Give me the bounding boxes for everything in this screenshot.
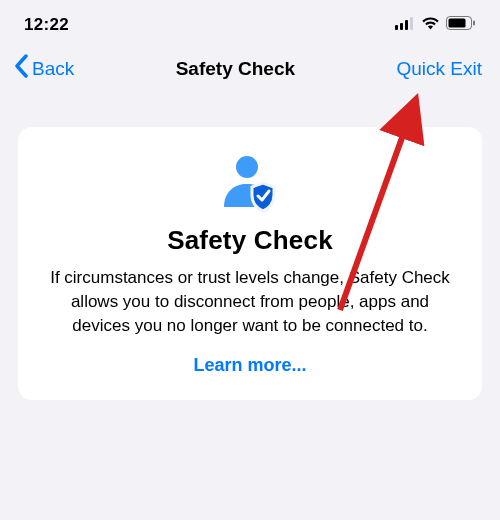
person-shield-icon: [40, 155, 460, 213]
quick-exit-button[interactable]: Quick Exit: [396, 58, 482, 80]
status-time: 12:22: [24, 15, 69, 35]
learn-more-link[interactable]: Learn more...: [40, 355, 460, 376]
status-indicators: [395, 16, 476, 34]
back-button[interactable]: Back: [14, 54, 74, 83]
battery-icon: [446, 16, 476, 34]
navigation-bar: Back Safety Check Quick Exit: [0, 44, 500, 97]
card-title: Safety Check: [40, 225, 460, 256]
status-bar: 12:22: [0, 0, 500, 44]
svg-rect-0: [395, 25, 398, 30]
svg-rect-1: [400, 23, 403, 30]
cellular-icon: [395, 16, 415, 34]
svg-rect-6: [473, 21, 475, 26]
svg-rect-5: [449, 19, 466, 28]
safety-check-card: Safety Check If circumstances or trust l…: [18, 127, 482, 400]
svg-rect-3: [410, 17, 413, 30]
svg-rect-2: [405, 20, 408, 30]
wifi-icon: [421, 16, 440, 34]
back-label: Back: [32, 58, 74, 80]
svg-point-7: [236, 156, 258, 178]
card-description: If circumstances or trust levels change,…: [40, 266, 460, 337]
chevron-left-icon: [14, 54, 28, 83]
page-title: Safety Check: [176, 58, 295, 80]
